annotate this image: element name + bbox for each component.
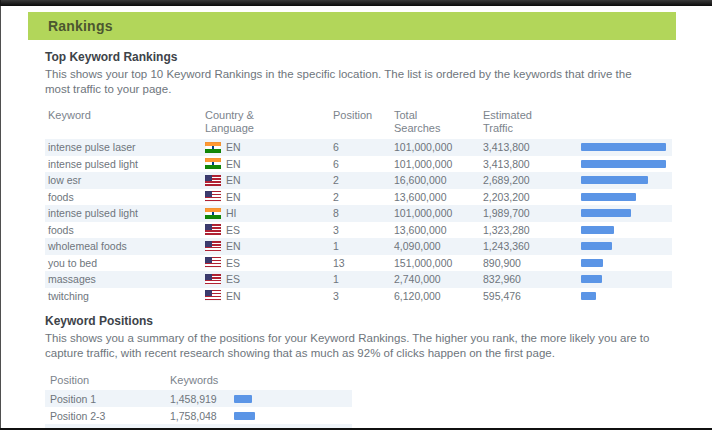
traffic-bar-cell bbox=[581, 209, 672, 217]
position-cell: 1 bbox=[333, 240, 394, 252]
report-content: Top Keyword Rankings This shows your top… bbox=[45, 50, 672, 430]
keyword-cell: intense pulse laser bbox=[45, 141, 205, 153]
position-cell: 3 bbox=[333, 224, 394, 236]
table-row: wholemeal foodsEN14,090,0001,243,360 bbox=[45, 238, 672, 255]
keywords-bar-cell bbox=[234, 412, 352, 420]
country-language-cell: EN bbox=[205, 191, 333, 203]
estimated-traffic-cell: 1,323,280 bbox=[483, 224, 581, 236]
position-cell: 6 bbox=[333, 141, 394, 153]
table-row: foodsEN213,600,0002,203,200 bbox=[45, 189, 672, 206]
traffic-bar-cell bbox=[581, 275, 672, 283]
india-flag-icon bbox=[205, 208, 221, 219]
column-header-keywords: Keywords bbox=[170, 374, 234, 386]
rankings-table-header: Keyword Country & Language Position Tota… bbox=[45, 107, 672, 139]
keyword-cell: low esr bbox=[45, 174, 205, 186]
traffic-bar-cell bbox=[581, 226, 672, 234]
keyword-cell: foods bbox=[45, 224, 205, 236]
top-keywords-description: This shows your top 10 Keyword Rankings … bbox=[45, 67, 657, 97]
total-searches-cell: 13,600,000 bbox=[394, 224, 483, 236]
language-code: EN bbox=[226, 191, 241, 203]
keyword-cell: you to bed bbox=[45, 257, 205, 269]
traffic-bar-cell bbox=[581, 160, 672, 168]
table-row: Position 11,458,919 bbox=[45, 390, 352, 407]
language-code: ES bbox=[226, 273, 240, 285]
language-code: EN bbox=[226, 174, 241, 186]
table-row: massagesES12,740,000832,960 bbox=[45, 271, 672, 288]
keyword-cell: wholemeal foods bbox=[45, 240, 205, 252]
rankings-section-header: Rankings bbox=[28, 12, 676, 40]
us-flag-icon bbox=[205, 257, 221, 268]
keywords-count-cell: 1,458,919 bbox=[170, 393, 234, 405]
language-code: EN bbox=[226, 290, 241, 302]
positions-table-header: Position Keywords bbox=[45, 371, 352, 390]
traffic-bar-cell bbox=[581, 176, 672, 184]
position-cell: 2 bbox=[333, 174, 394, 186]
traffic-bar bbox=[581, 176, 648, 184]
language-code: ES bbox=[226, 224, 240, 236]
traffic-bar-cell bbox=[581, 292, 672, 300]
estimated-traffic-cell: 3,413,800 bbox=[483, 158, 581, 170]
traffic-bar bbox=[581, 259, 603, 267]
estimated-traffic-cell: 2,203,200 bbox=[483, 191, 581, 203]
keywords-bar bbox=[234, 412, 255, 420]
keyword-cell: massages bbox=[45, 273, 205, 285]
position-cell: 3 bbox=[333, 290, 394, 302]
column-header-position: Position bbox=[45, 374, 170, 386]
traffic-bar bbox=[581, 275, 602, 283]
column-header-country-language: Country & Language bbox=[205, 109, 333, 135]
estimated-traffic-cell: 1,243,360 bbox=[483, 240, 581, 252]
position-cell: 1 bbox=[333, 273, 394, 285]
column-header-position: Position bbox=[333, 109, 394, 122]
positions-table: Position Keywords Position 11,458,919Pos… bbox=[45, 371, 352, 430]
estimated-traffic-cell: 3,413,800 bbox=[483, 141, 581, 153]
keyword-cell: intense pulsed light bbox=[45, 207, 205, 219]
table-row: you to bedES13151,000,000890,900 bbox=[45, 255, 672, 272]
country-language-cell: EN bbox=[205, 158, 333, 170]
india-flag-icon bbox=[205, 142, 221, 153]
keyword-cell: twitching bbox=[45, 290, 205, 302]
total-searches-cell: 13,600,000 bbox=[394, 191, 483, 203]
india-flag-icon bbox=[205, 158, 221, 169]
table-row: twitchingEN36,120,000595,476 bbox=[45, 288, 672, 305]
us-flag-icon bbox=[205, 224, 221, 235]
estimated-traffic-cell: 832,960 bbox=[483, 273, 581, 285]
language-code: EN bbox=[226, 240, 241, 252]
traffic-bar-cell bbox=[581, 259, 672, 267]
table-row: intense pulsed lightHI8101,000,0001,989,… bbox=[45, 205, 672, 222]
country-language-cell: EN bbox=[205, 141, 333, 153]
total-searches-cell: 2,740,000 bbox=[394, 273, 483, 285]
traffic-bar bbox=[581, 242, 612, 250]
total-searches-cell: 6,120,000 bbox=[394, 290, 483, 302]
total-searches-cell: 151,000,000 bbox=[394, 257, 483, 269]
total-searches-cell: 101,000,000 bbox=[394, 158, 483, 170]
country-language-cell: EN bbox=[205, 290, 333, 302]
table-row: low esrEN216,600,0002,689,200 bbox=[45, 172, 672, 189]
us-flag-icon bbox=[205, 241, 221, 252]
us-flag-icon bbox=[205, 191, 221, 202]
traffic-bar bbox=[581, 209, 631, 217]
rankings-table-body: intense pulse laserEN6101,000,0003,413,8… bbox=[45, 139, 672, 304]
keyword-cell: foods bbox=[45, 191, 205, 203]
window-left-edge bbox=[0, 0, 1, 430]
rankings-table: Keyword Country & Language Position Tota… bbox=[45, 107, 672, 304]
keywords-bar-cell bbox=[234, 395, 352, 403]
traffic-bar bbox=[581, 193, 636, 201]
language-code: EN bbox=[226, 141, 241, 153]
positions-table-body: Position 11,458,919Position 2-31,758,048… bbox=[45, 390, 352, 430]
column-header-keywords-bar bbox=[234, 374, 352, 386]
estimated-traffic-cell: 2,689,200 bbox=[483, 174, 581, 186]
estimated-traffic-cell: 595,476 bbox=[483, 290, 581, 302]
position-cell: 2 bbox=[333, 191, 394, 203]
position-cell: 13 bbox=[333, 257, 394, 269]
traffic-bar bbox=[581, 226, 614, 234]
total-searches-cell: 16,600,000 bbox=[394, 174, 483, 186]
us-flag-icon bbox=[205, 175, 221, 186]
keywords-bar bbox=[234, 395, 252, 403]
traffic-bar bbox=[581, 160, 666, 168]
traffic-bar-cell bbox=[581, 193, 672, 201]
total-searches-cell: 4,090,000 bbox=[394, 240, 483, 252]
table-row: foodsES313,600,0001,323,280 bbox=[45, 222, 672, 239]
language-code: EN bbox=[226, 158, 241, 170]
column-header-estimated-traffic: Estimated Traffic bbox=[483, 109, 581, 135]
traffic-bar-cell bbox=[581, 143, 672, 151]
